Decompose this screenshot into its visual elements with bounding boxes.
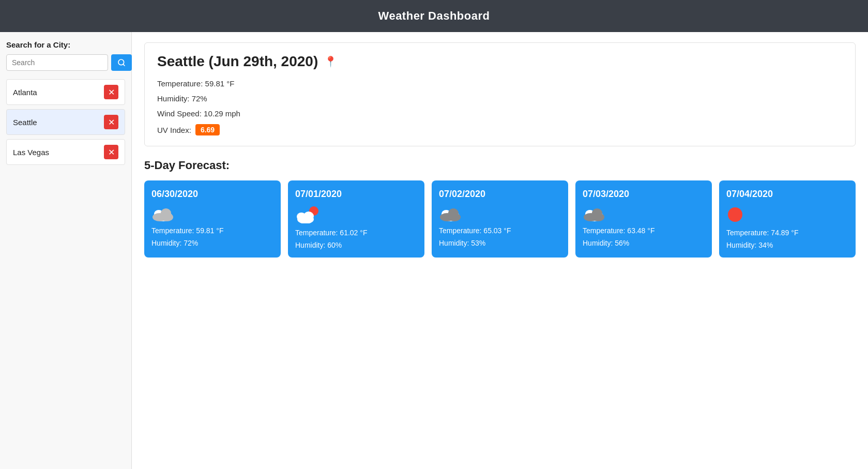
uv-row: UV Index: 6.69 — [157, 124, 843, 135]
sidebar: Search for a City: Atlanta ✕ Seattle ✕ — [0, 32, 132, 469]
forecast-humidity-3: Humidity: 56% — [583, 239, 705, 247]
svg-point-10 — [303, 211, 314, 221]
remove-las-vegas-button[interactable]: ✕ — [104, 145, 118, 159]
search-input[interactable] — [6, 54, 108, 71]
forecast-date-4: 07/04/2020 — [726, 189, 848, 200]
forecast-humidity-2: Humidity: 53% — [439, 239, 561, 247]
remove-seattle-button[interactable]: ✕ — [104, 115, 118, 129]
svg-point-21 — [728, 207, 742, 222]
temperature-detail: Temperature: 59.81 °F — [157, 79, 843, 88]
svg-line-1 — [123, 64, 125, 66]
wind-speed-detail: Wind Speed: 10.29 mph — [157, 109, 843, 118]
forecast-card-4: 07/04/2020 Temperature: 74.89 °F Humidit… — [719, 180, 856, 258]
forecast-humidity-0: Humidity: 72% — [151, 239, 273, 247]
cloud-dark-icon-3 — [583, 206, 605, 221]
forecast-icon-1 — [295, 206, 417, 223]
city-title-row: Seattle (Jun 29th, 2020) 📍 — [157, 53, 843, 70]
forecast-section: 5-Day Forecast: 06/30/2020 Tem — [144, 159, 856, 258]
forecast-card-2: 07/02/2020 Temperature: 65.03 °F Humidit… — [432, 180, 568, 258]
current-weather-card: Seattle (Jun 29th, 2020) 📍 Temperature: … — [144, 42, 856, 146]
svg-point-20 — [592, 213, 604, 221]
forecast-humidity-1: Humidity: 60% — [295, 241, 417, 249]
current-city-title: Seattle (Jun 29th, 2020) — [157, 53, 318, 70]
forecast-icon-3 — [583, 206, 705, 221]
search-row — [6, 54, 125, 71]
app-title: Weather Dashboard — [378, 9, 490, 22]
cloud-icon-0 — [151, 206, 174, 221]
uv-badge: 6.69 — [195, 124, 220, 135]
city-name-seattle: Seattle — [13, 118, 37, 127]
forecast-cards: 06/30/2020 Temperature: 59.81 °F Humidit… — [144, 180, 856, 258]
sun-icon-4 — [726, 206, 744, 223]
content-area: Seattle (Jun 29th, 2020) 📍 Temperature: … — [132, 32, 868, 469]
forecast-icon-2 — [439, 206, 561, 221]
cloud-dark-icon-2 — [439, 206, 462, 221]
city-name-las-vegas: Las Vegas — [13, 148, 49, 157]
forecast-title: 5-Day Forecast: — [144, 159, 856, 172]
forecast-icon-0 — [151, 206, 273, 221]
forecast-card-3: 07/03/2020 Temperature: 63.48 °F Humidit… — [575, 180, 712, 258]
forecast-temp-3: Temperature: 63.48 °F — [583, 226, 705, 235]
forecast-card-0: 06/30/2020 Temperature: 59.81 °F Humidit… — [144, 180, 281, 258]
forecast-temp-4: Temperature: 74.89 °F — [726, 229, 848, 237]
city-item-seattle[interactable]: Seattle ✕ — [6, 109, 125, 135]
forecast-date-0: 06/30/2020 — [151, 189, 273, 200]
uv-label: UV Index: — [157, 126, 191, 134]
svg-point-15 — [448, 213, 461, 221]
humidity-detail: Humidity: 72% — [157, 94, 843, 103]
app-header: Weather Dashboard — [0, 0, 868, 32]
search-label: Search for a City: — [6, 40, 125, 49]
forecast-date-3: 07/03/2020 — [583, 189, 705, 200]
city-item-atlanta[interactable]: Atlanta ✕ — [6, 79, 125, 105]
cloud-sun-icon-1 — [295, 206, 321, 223]
city-list: Atlanta ✕ Seattle ✕ Las Vegas ✕ — [6, 79, 125, 165]
search-icon — [117, 58, 126, 67]
forecast-icon-4 — [726, 206, 848, 223]
forecast-date-2: 07/02/2020 — [439, 189, 561, 200]
forecast-card-1: 07/01/2020 Temperature: 61.02 °F Humidit… — [288, 180, 424, 258]
forecast-humidity-4: Humidity: 34% — [726, 241, 848, 249]
remove-atlanta-button[interactable]: ✕ — [104, 85, 118, 99]
main-layout: Search for a City: Atlanta ✕ Seattle ✕ — [0, 32, 868, 469]
forecast-temp-1: Temperature: 61.02 °F — [295, 229, 417, 237]
forecast-date-1: 07/01/2020 — [295, 189, 417, 200]
city-name-atlanta: Atlanta — [13, 88, 37, 97]
forecast-temp-2: Temperature: 65.03 °F — [439, 226, 561, 235]
map-icon[interactable]: 📍 — [324, 55, 337, 68]
search-button[interactable] — [111, 54, 132, 71]
forecast-temp-0: Temperature: 59.81 °F — [151, 226, 273, 235]
svg-point-6 — [161, 213, 173, 221]
city-item-las-vegas[interactable]: Las Vegas ✕ — [6, 139, 125, 165]
